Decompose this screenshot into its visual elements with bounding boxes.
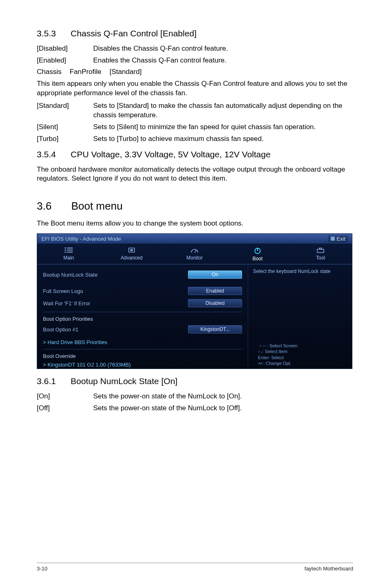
chip-icon — [128, 247, 136, 253]
fanprofile-standard-label: [Standard] — [37, 101, 82, 120]
heading-361-num: 3.6.1 — [37, 376, 56, 386]
heading-354-num: 3.5.4 — [37, 150, 56, 159]
bios-item-opt1[interactable]: Boot Option #1 KingstonDT... — [43, 323, 242, 335]
heading-361: 3.6.1 Bootup NumLock State [On] — [37, 376, 353, 386]
list-icon — [65, 247, 73, 253]
svg-line-8 — [195, 250, 196, 253]
svg-rect-7 — [130, 249, 133, 251]
boot-intro: The Boot menu items allow you to change … — [37, 219, 353, 228]
heading-353-num: 3.5.3 — [37, 29, 56, 38]
heading-36-title: Boot menu — [71, 200, 123, 212]
qfan-enabled-value: Enables the Chassis Q-Fan control featur… — [93, 56, 353, 65]
numlock-row-on: [On] Sets the power-on state of the NumL… — [37, 392, 353, 401]
bios-numlock-label: Bootup NumLock State — [43, 272, 188, 278]
fanprofile-a: Chassis — [37, 68, 61, 76]
heading-353-title: Chassis Q-Fan Control [Enabled] — [71, 29, 197, 38]
fanprofile-row-standard: [Standard] Sets to [Standard] to make th… — [37, 101, 353, 120]
heading-361-title: Bootup NumLock State [On] — [71, 376, 177, 386]
fanprofile-silent-label: [Silent] — [37, 123, 82, 132]
exit-icon — [331, 237, 335, 241]
bios-item-numlock[interactable]: Bootup NumLock State On — [43, 268, 242, 281]
bios-tab-boot-label: Boot — [253, 256, 263, 262]
bios-tab-tool-label: Tool — [316, 255, 325, 261]
qfan-row-disabled: [Disabled] Disables the Chassis Q-Fan co… — [37, 44, 353, 54]
bios-screenshot: EFI BIOS Utility - Advanced Mode Exit Ma… — [37, 233, 352, 369]
bios-logo-value[interactable]: Enabled — [188, 287, 242, 295]
bios-legend: →←: Select Screen ↑↓: Select Item Enter:… — [258, 343, 348, 366]
fanprofile-c: [Standard] — [110, 68, 141, 76]
toolbox-icon — [316, 247, 325, 253]
numlock-off-value: Sets the power-on state of the NumLock t… — [93, 404, 353, 413]
bios-priorities-header: Boot Option Priorities — [43, 315, 242, 323]
bios-item-waitf1[interactable]: Wait For 'F1' If Error Disabled — [43, 297, 242, 309]
heading-354-title: CPU Voltage, 3.3V Voltage, 5V Voltage, 1… — [71, 150, 271, 159]
bios-override-1[interactable]: > KingstonDT 101 G2 1.00 (7633MB) — [43, 360, 242, 369]
fanprofile-intro: This item appears only when you enable t… — [37, 79, 353, 98]
heading-353: 3.5.3 Chassis Q-Fan Control [Enabled] — [37, 29, 353, 38]
bios-opt1-value[interactable]: KingstonDT... — [188, 325, 242, 333]
svg-rect-12 — [319, 248, 322, 249]
footer-brand: faytech Motherboard — [305, 566, 353, 572]
bios-tab-main[interactable]: Main — [37, 244, 100, 264]
bios-override-header: Boot Override — [43, 352, 242, 360]
bios-opt1-label: Boot Option #1 — [43, 326, 188, 333]
fanprofile-row-turbo: [Turbo] Sets to [Turbo] to achieve maxim… — [37, 134, 353, 144]
bios-legend-1: →←: Select Screen — [258, 343, 348, 349]
numlock-off-label: [Off] — [37, 404, 82, 413]
voltage-text: The onboard hardware monitor automatical… — [37, 165, 353, 184]
bios-tab-advanced-label: Advanced — [121, 255, 142, 261]
bios-logo-label: Full Screen Logo — [43, 288, 188, 294]
svg-rect-11 — [317, 249, 324, 253]
gauge-icon — [191, 247, 199, 253]
heading-354: 3.5.4 CPU Voltage, 3.3V Voltage, 5V Volt… — [37, 150, 353, 159]
heading-36: 3.6 Boot menu — [37, 200, 353, 212]
numlock-on-label: [On] — [37, 392, 82, 401]
bios-exit-button[interactable]: Exit — [328, 235, 348, 242]
numlock-row-off: [Off] Sets the power-on state of the Num… — [37, 404, 353, 413]
heading-36-num: 3.6 — [37, 200, 52, 212]
bios-tab-monitor[interactable]: Monitor — [163, 244, 226, 264]
bios-tab-main-label: Main — [63, 255, 74, 261]
fanprofile-row-silent: [Silent] Sets to [Silent] to minimize th… — [37, 123, 353, 132]
qfan-row-enabled: [Enabled] Enables the Chassis Q-Fan cont… — [37, 56, 353, 65]
bios-tab-advanced[interactable]: Advanced — [100, 244, 163, 264]
svg-rect-5 — [67, 252, 73, 253]
bios-tab-boot[interactable]: Boot — [226, 244, 289, 264]
bios-tabs: Main Advanced Monitor Boot Tool — [37, 244, 352, 264]
bios-topbar: EFI BIOS Utility - Advanced Mode Exit — [37, 234, 352, 244]
bios-left-panel: Bootup NumLock State On Full Screen Logo… — [37, 264, 248, 367]
svg-rect-1 — [67, 248, 73, 248]
bios-hdbbs[interactable]: > Hard Drive BBS Priorities — [43, 338, 242, 347]
bios-item-logo[interactable]: Full Screen Logo Enabled — [43, 285, 242, 297]
svg-rect-4 — [65, 252, 66, 253]
qfan-disabled-value: Disables the Chassis Q-Fan control featu… — [93, 44, 353, 54]
fanprofile-turbo-value: Sets to [Turbo] to achieve maximum chass… — [93, 134, 353, 144]
bios-waitf1-label: Wait For 'F1' If Error — [43, 300, 188, 306]
bios-tab-tool[interactable]: Tool — [289, 244, 352, 264]
bios-legend-2: ↑↓: Select Item — [258, 349, 348, 354]
power-icon — [253, 247, 262, 254]
bios-legend-3: Enter: Select — [258, 355, 348, 360]
numlock-on-value: Sets the power-on state of the NumLock t… — [93, 392, 353, 401]
chassis-fanprofile-line: Chassis FanProfile [Standard] — [37, 68, 353, 76]
fanprofile-turbo-label: [Turbo] — [37, 134, 82, 144]
svg-rect-0 — [65, 248, 66, 248]
qfan-enabled-label: [Enabled] — [37, 56, 82, 65]
fanprofile-b: FanProfile — [69, 68, 101, 76]
bios-waitf1-value[interactable]: Disabled — [188, 299, 242, 307]
bios-legend-4: +/-: Change Opt. — [258, 360, 348, 366]
svg-rect-2 — [65, 250, 66, 250]
page-footer: 3-10 faytech Motherboard — [37, 563, 353, 572]
bios-help-text: Select the keyboard NumLock state — [253, 268, 347, 274]
bios-numlock-value[interactable]: On — [188, 271, 242, 279]
bios-title: EFI BIOS Utility - Advanced Mode — [41, 236, 328, 242]
bios-tab-monitor-label: Monitor — [186, 255, 203, 261]
footer-page: 3-10 — [37, 566, 47, 572]
svg-rect-3 — [67, 250, 73, 250]
bios-exit-label: Exit — [336, 236, 345, 242]
fanprofile-standard-value: Sets to [Standard] to make the chassis f… — [93, 101, 353, 120]
fanprofile-silent-value: Sets to [Silent] to minimize the fan spe… — [93, 123, 353, 132]
qfan-disabled-label: [Disabled] — [37, 44, 82, 54]
